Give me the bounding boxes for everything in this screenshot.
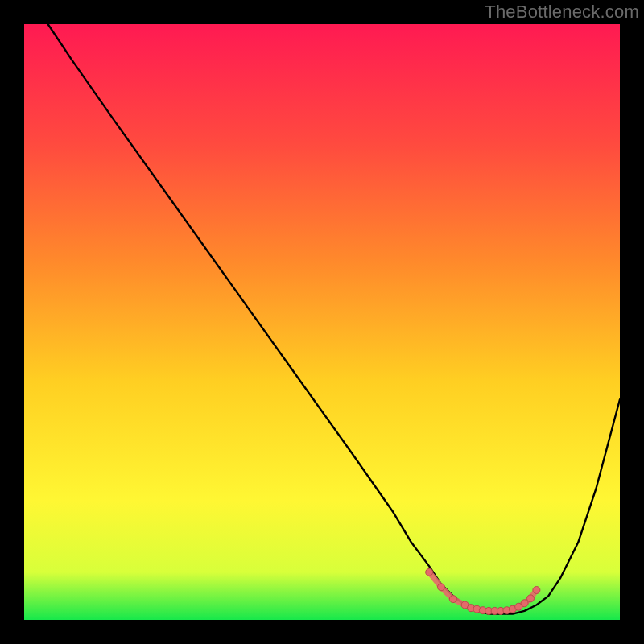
highlight-marker [533,587,540,594]
highlight-marker [449,596,456,603]
highlight-marker [438,584,445,591]
bottleneck-curve-plot [24,24,620,620]
highlight-marker [527,595,535,602]
watermark-text: TheBottleneck.com [485,2,639,23]
chart-frame: TheBottleneck.com [0,0,644,644]
highlight-marker [521,600,528,607]
gradient-background [24,24,620,620]
plot-svg [24,24,620,620]
highlight-marker [426,568,433,576]
